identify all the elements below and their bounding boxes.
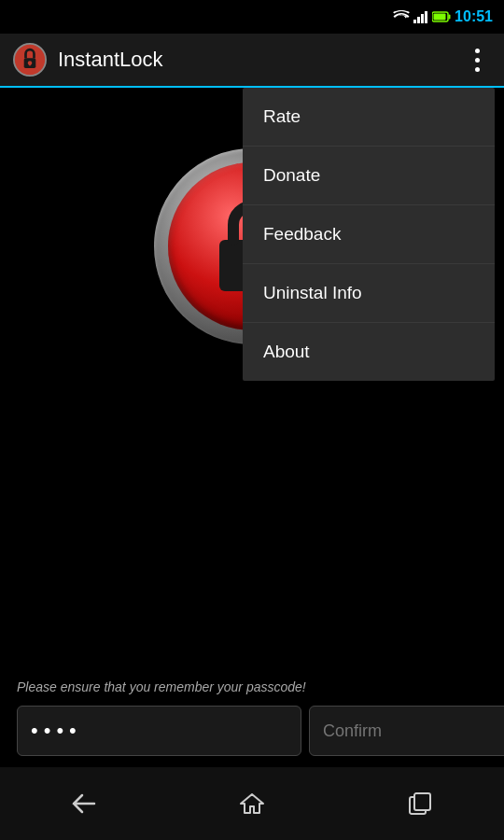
- svg-rect-6: [434, 14, 446, 21]
- svg-rect-0: [413, 20, 416, 23]
- svg-rect-3: [425, 11, 427, 23]
- toolbar: InstantLock: [0, 34, 504, 88]
- menu-item-rate[interactable]: Rate: [243, 88, 495, 147]
- signal-icon: [413, 10, 428, 23]
- wifi-icon: [393, 10, 410, 23]
- menu-item-donate[interactable]: Donate: [243, 147, 495, 205]
- app-title: InstantLock: [58, 48, 463, 72]
- svg-rect-1: [417, 17, 420, 23]
- status-time: 10:51: [455, 8, 493, 25]
- svg-rect-5: [449, 15, 451, 20]
- menu-item-feedback[interactable]: Feedback: [243, 205, 495, 264]
- status-bar: 10:51: [0, 0, 504, 34]
- svg-rect-2: [421, 14, 424, 23]
- dropdown-menu: Rate Donate Feedback Uninstal Info About: [243, 88, 495, 381]
- svg-rect-10: [29, 63, 31, 66]
- app-logo: [13, 43, 47, 77]
- menu-item-uninstal-info[interactable]: Uninstal Info: [243, 264, 495, 323]
- overflow-menu-button[interactable]: [463, 46, 491, 74]
- status-icons: 10:51: [393, 8, 493, 25]
- menu-item-about[interactable]: About: [243, 323, 495, 381]
- battery-icon: [432, 11, 451, 22]
